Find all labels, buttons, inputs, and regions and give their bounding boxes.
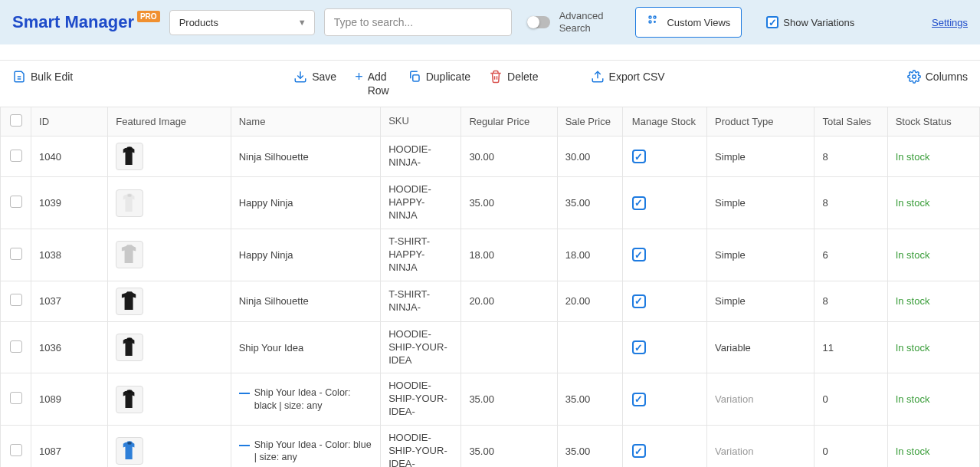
cell-id[interactable]: 1037 (31, 281, 108, 321)
cell-total-sales[interactable]: 8 (814, 281, 887, 321)
cell-id[interactable]: 1038 (31, 229, 108, 281)
cell-sale-price[interactable]: 35.00 (557, 426, 622, 467)
cell-stock-status[interactable]: In stock (887, 177, 979, 229)
cell-sku[interactable]: HOODIE-SHIP-YOUR-IDEA (381, 321, 461, 373)
cell-id[interactable]: 1089 (31, 373, 108, 426)
cell-name[interactable]: Ninja Silhouette (239, 295, 309, 307)
row-checkbox[interactable] (10, 294, 22, 306)
cell-regular-price[interactable]: 20.00 (461, 281, 557, 321)
cell-sale-price[interactable] (557, 321, 622, 373)
cell-sale-price[interactable]: 20.00 (557, 281, 622, 321)
bulk-edit-button[interactable]: Bulk Edit (12, 70, 73, 84)
cell-stock-status[interactable]: In stock (887, 136, 979, 177)
cell-regular-price[interactable]: 35.00 (461, 177, 557, 229)
entity-dropdown[interactable]: Products ▼ (169, 10, 315, 35)
product-thumbnail[interactable] (116, 334, 143, 361)
settings-link[interactable]: Settings (932, 17, 968, 28)
manage-stock-checkbox[interactable] (632, 340, 646, 354)
cell-stock-status[interactable]: In stock (887, 426, 979, 467)
cell-product-type[interactable]: Simple (707, 136, 814, 177)
custom-views-button[interactable]: Custom Views (635, 7, 742, 38)
row-checkbox[interactable] (10, 392, 22, 404)
col-name[interactable]: Name (231, 107, 380, 136)
cell-product-type[interactable]: Variation (707, 426, 814, 467)
search-input[interactable] (324, 8, 512, 36)
cell-name[interactable]: Happy Ninja (239, 249, 293, 261)
cell-sale-price[interactable]: 35.00 (557, 177, 622, 229)
cell-regular-price[interactable]: 35.00 (461, 373, 557, 426)
manage-stock-checkbox[interactable] (632, 196, 646, 210)
save-button[interactable]: Save (293, 70, 336, 84)
cell-sku[interactable]: HOODIE-HAPPY-NINJA (381, 177, 461, 229)
row-checkbox[interactable] (10, 196, 22, 208)
cell-sku[interactable]: T-SHIRT-HAPPY-NINJA (381, 229, 461, 281)
col-stock-status[interactable]: Stock Status (887, 107, 979, 136)
product-thumbnail[interactable] (116, 241, 143, 268)
cell-product-type[interactable]: Variation (707, 373, 814, 426)
col-regular-price[interactable]: Regular Price (461, 107, 557, 136)
cell-sku[interactable]: T-SHIRT-NINJA- (381, 281, 461, 321)
cell-product-type[interactable]: Simple (707, 281, 814, 321)
cell-stock-status[interactable]: In stock (887, 373, 979, 426)
duplicate-button[interactable]: Duplicate (408, 70, 470, 84)
cell-product-type[interactable]: Simple (707, 229, 814, 281)
row-checkbox[interactable] (10, 444, 22, 456)
col-sale-price[interactable]: Sale Price (557, 107, 622, 136)
cell-sku[interactable]: HOODIE-SHIP-YOUR-IDEA- (381, 426, 461, 467)
cell-id[interactable]: 1036 (31, 321, 108, 373)
cell-total-sales[interactable]: 8 (814, 177, 887, 229)
row-checkbox[interactable] (10, 248, 22, 260)
product-thumbnail[interactable] (116, 437, 143, 465)
cell-name[interactable]: Happy Ninja (239, 197, 293, 209)
cell-regular-price[interactable]: 35.00 (461, 426, 557, 467)
cell-regular-price[interactable]: 30.00 (461, 136, 557, 177)
row-checkbox[interactable] (10, 340, 22, 353)
col-total-sales[interactable]: Total Sales (814, 107, 887, 136)
cell-sale-price[interactable]: 18.00 (557, 229, 622, 281)
cell-total-sales[interactable]: 8 (814, 136, 887, 177)
product-thumbnail[interactable] (116, 288, 143, 315)
cell-id[interactable]: 1040 (31, 136, 108, 177)
cell-sale-price[interactable]: 35.00 (557, 373, 622, 426)
cell-product-type[interactable]: Simple (707, 177, 814, 229)
product-thumbnail[interactable] (116, 386, 143, 413)
manage-stock-checkbox[interactable] (632, 150, 646, 163)
col-featured-image[interactable]: Featured Image (108, 107, 231, 136)
cell-total-sales[interactable]: 0 (814, 426, 887, 467)
show-variations-checkbox[interactable]: Show Variations (766, 16, 854, 28)
col-manage-stock[interactable]: Manage Stock (622, 107, 706, 136)
cell-id[interactable]: 1039 (31, 177, 108, 229)
cell-sku[interactable]: HOODIE-NINJA- (381, 136, 461, 177)
cell-regular-price[interactable] (461, 321, 557, 373)
row-checkbox[interactable] (10, 150, 22, 162)
add-row-button[interactable]: + AddRow (355, 70, 389, 97)
manage-stock-checkbox[interactable] (632, 444, 646, 458)
cell-total-sales[interactable]: 11 (814, 321, 887, 373)
col-id[interactable]: ID (31, 107, 108, 136)
manage-stock-checkbox[interactable] (632, 248, 646, 261)
product-thumbnail[interactable] (116, 143, 143, 170)
cell-stock-status[interactable]: In stock (887, 281, 979, 321)
cell-name[interactable]: Ship Your Idea - Color: black | size: an… (254, 386, 372, 413)
cell-stock-status[interactable]: In stock (887, 229, 979, 281)
cell-total-sales[interactable]: 6 (814, 229, 887, 281)
export-csv-button[interactable]: Export CSV (591, 70, 665, 84)
manage-stock-checkbox[interactable] (632, 294, 646, 308)
col-product-type[interactable]: Product Type (707, 107, 814, 136)
manage-stock-checkbox[interactable] (632, 393, 646, 406)
select-all-checkbox[interactable] (10, 114, 22, 127)
col-sku[interactable]: SKU (381, 107, 461, 136)
delete-button[interactable]: Delete (489, 70, 538, 84)
columns-button[interactable]: Columns (907, 70, 968, 84)
cell-name[interactable]: Ship Your Idea - Color: blue | size: any (254, 439, 372, 465)
cell-sale-price[interactable]: 30.00 (557, 136, 622, 177)
advanced-search-toggle[interactable] (527, 16, 550, 28)
cell-sku[interactable]: HOODIE-SHIP-YOUR-IDEA- (381, 373, 461, 426)
cell-stock-status[interactable]: In stock (887, 321, 979, 373)
cell-name[interactable]: Ship Your Idea (239, 342, 304, 354)
product-thumbnail[interactable] (116, 189, 143, 217)
cell-regular-price[interactable]: 18.00 (461, 229, 557, 281)
cell-product-type[interactable]: Variable (707, 321, 814, 373)
cell-name[interactable]: Ninja Silhouette (239, 151, 309, 163)
cell-total-sales[interactable]: 0 (814, 373, 887, 426)
